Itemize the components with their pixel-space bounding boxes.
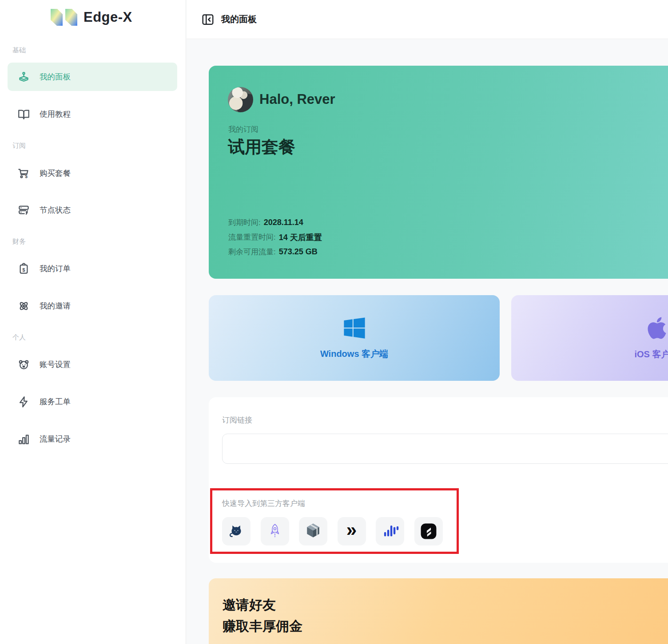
windows-logo-icon xyxy=(342,316,366,340)
clash-icon xyxy=(227,522,246,541)
subscribe-link-label: 订阅链接 xyxy=(222,415,252,425)
ios-client-label: iOS 客户端 xyxy=(634,348,668,360)
dashboard-screen: Edge-X 基础 我的面板 使用教程 订阅 $ 购买套餐 xyxy=(0,0,668,644)
sidebar-item-label: 使用教程 xyxy=(40,109,71,119)
windows-client-label: Windows 客户端 xyxy=(320,348,388,360)
sidebar-item-invites[interactable]: 我的邀请 xyxy=(8,292,177,320)
detail-row-remaining: 剩余可用流量: 573.25 GB xyxy=(228,245,322,259)
detail-row-reset: 流量重置时间: 14 天后重置 xyxy=(228,230,322,245)
detail-value: 573.25 GB xyxy=(279,247,318,257)
sidebar-item-label: 服务工单 xyxy=(40,396,71,407)
sidebar-item-buy-plan[interactable]: $ 购买套餐 xyxy=(8,159,177,187)
singbox-import-button[interactable] xyxy=(299,517,327,545)
invite-line2: 赚取丰厚佣金 xyxy=(223,617,302,636)
section-label-subscription: 订阅 xyxy=(12,142,172,150)
sidebar-item-dashboard[interactable]: 我的面板 xyxy=(8,63,177,91)
subscribe-link-card: 订阅链接 快速导入到第三方客户端 xyxy=(209,397,668,563)
sidebar-item-label: 流量记录 xyxy=(40,434,71,444)
detail-row-expiry: 到期时间: 2028.11.14 xyxy=(228,215,322,230)
sidebar-item-label: 节点状态 xyxy=(40,205,71,215)
bar-chart-icon xyxy=(18,433,30,445)
sidebar-item-node-status[interactable]: 节点状态 xyxy=(8,196,177,224)
section-label-basic: 基础 xyxy=(12,46,172,55)
detail-label: 流量重置时间: xyxy=(228,232,276,242)
subscribe-link-input[interactable] xyxy=(222,434,668,464)
book-open-icon xyxy=(18,108,30,120)
windows-client-card[interactable]: Windows 客户端 xyxy=(209,295,500,381)
edge-x-logo-icon xyxy=(50,7,78,28)
invite-banner-card[interactable]: 邀请好友 赚取丰厚佣金 xyxy=(209,578,668,644)
flclash-import-button[interactable] xyxy=(414,517,443,545)
clash-import-button[interactable] xyxy=(222,517,250,545)
brand-logo: Edge-X xyxy=(50,7,132,28)
svg-text:$: $ xyxy=(22,267,25,272)
greeting-text: Halo, Rever xyxy=(259,91,335,107)
account-face-icon xyxy=(18,359,30,371)
avatar xyxy=(228,87,253,112)
brand-name: Edge-X xyxy=(84,9,132,25)
sidebar-item-label: 我的面板 xyxy=(40,71,71,82)
detail-value: 14 天后重置 xyxy=(279,232,322,243)
panel-collapse-icon[interactable] xyxy=(201,13,215,26)
sidebar-item-label: 购买套餐 xyxy=(40,168,71,178)
cart-dollar-icon: $ xyxy=(18,167,30,179)
streisand-import-button[interactable] xyxy=(376,517,404,545)
order-clipboard-icon: $ xyxy=(18,263,30,275)
subscription-card: Halo, Rever 我的订阅 试用套餐 到期时间: 2028.11.14 流… xyxy=(209,66,668,279)
stash-import-button[interactable]: » xyxy=(338,517,366,545)
sidebar-item-label: 账号设置 xyxy=(40,359,71,370)
flclash-icon xyxy=(419,522,438,541)
section-label-personal: 个人 xyxy=(12,333,172,342)
detail-label: 剩余可用流量: xyxy=(228,247,276,257)
apple-logo-icon xyxy=(646,316,668,340)
zap-icon xyxy=(18,396,30,408)
sidebar-item-orders[interactable]: $ 我的订单 xyxy=(8,254,177,283)
streisand-wave-icon xyxy=(381,522,399,541)
invite-line1: 邀请好友 xyxy=(223,596,276,614)
atom-icon xyxy=(18,300,30,312)
ios-client-card[interactable]: iOS 客户端 xyxy=(511,295,668,381)
detail-value: 2028.11.14 xyxy=(264,218,303,227)
topbar: 我的面板 xyxy=(187,0,668,39)
plan-name: 试用套餐 xyxy=(228,136,295,158)
sidebar-item-traffic-log[interactable]: 流量记录 xyxy=(8,425,177,453)
section-label-finance: 财务 xyxy=(12,237,172,246)
svg-text:$: $ xyxy=(25,174,28,179)
joystick-icon xyxy=(18,71,30,83)
sidebar-item-label: 我的邀请 xyxy=(40,300,71,311)
detail-label: 到期时间: xyxy=(228,217,261,228)
subscription-details: 到期时间: 2028.11.14 流量重置时间: 14 天后重置 剩余可用流量:… xyxy=(228,215,322,259)
stash-icon: » xyxy=(346,521,357,542)
sidebar: Edge-X 基础 我的面板 使用教程 订阅 $ 购买套餐 xyxy=(0,0,186,644)
subscription-section-label: 我的订阅 xyxy=(228,124,258,134)
page-title: 我的面板 xyxy=(221,13,257,25)
shadowrocket-icon xyxy=(266,522,284,541)
quick-import-row: » xyxy=(222,517,443,545)
sidebar-item-tickets[interactable]: 服务工单 xyxy=(8,387,177,416)
shadowrocket-import-button[interactable] xyxy=(261,517,289,545)
sidebar-item-label: 我的订单 xyxy=(40,263,71,274)
sidebar-item-tutorial[interactable]: 使用教程 xyxy=(8,100,177,128)
quick-import-title: 快速导入到第三方客户端 xyxy=(222,498,305,509)
singbox-icon xyxy=(303,522,323,541)
sidebar-item-account-settings[interactable]: 账号设置 xyxy=(8,350,177,379)
server-icon xyxy=(18,204,30,216)
